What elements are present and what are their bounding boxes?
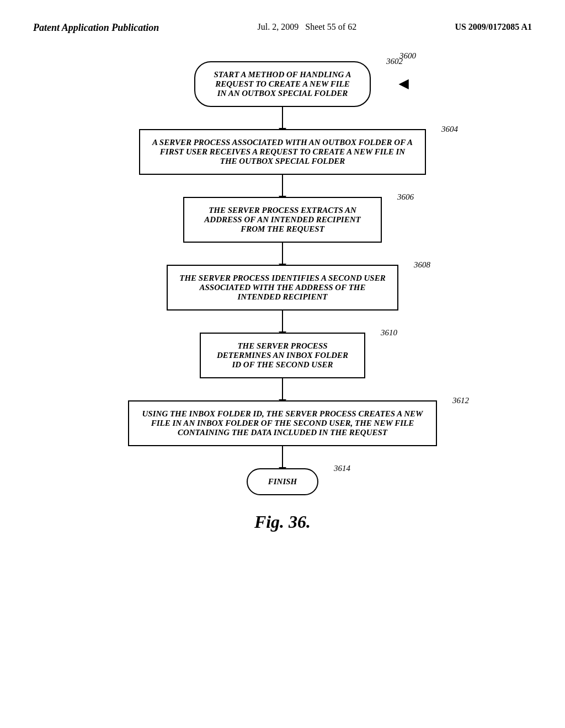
node-container-3602: START A METHOD OF HANDLING A REQUEST TO … bbox=[194, 61, 371, 107]
publication-label: Patent Application Publication bbox=[33, 22, 159, 34]
label-3612: 3612 bbox=[452, 396, 469, 405]
page-header: Patent Application Publication Jul. 2, 2… bbox=[0, 0, 565, 45]
arrow-3600: ◀ bbox=[399, 77, 408, 91]
arrow-1 bbox=[282, 107, 283, 129]
figure-label: Fig. 36. bbox=[254, 512, 311, 532]
label-3600: 3600 bbox=[399, 51, 416, 61]
node-row-3602: START A METHOD OF HANDLING A REQUEST TO … bbox=[33, 61, 532, 107]
node-3606-text: THE SERVER PROCESS EXTRACTS AN ADDRESS O… bbox=[204, 206, 360, 233]
node-container-3614: 3614 FINISH bbox=[247, 468, 318, 495]
node-3602: START A METHOD OF HANDLING A REQUEST TO … bbox=[194, 61, 371, 107]
node-3608: THE SERVER PROCESS IDENTIFIES A SECOND U… bbox=[167, 265, 398, 311]
header-date: Jul. 2, 2009 bbox=[258, 22, 299, 31]
node-3606: THE SERVER PROCESS EXTRACTS AN ADDRESS O… bbox=[183, 197, 382, 243]
label-3610: 3610 bbox=[381, 328, 397, 338]
node-row-3614: 3614 FINISH bbox=[33, 468, 532, 495]
node-3610: THE SERVER PROCESS DETERMINES AN INBOX F… bbox=[200, 333, 365, 378]
label-3604: 3604 bbox=[441, 125, 458, 134]
node-3604-text: A SERVER PROCESS ASSOCIATED WITH AN OUTB… bbox=[152, 138, 413, 165]
header-sheet: Sheet 55 of 62 bbox=[305, 22, 356, 31]
node-row-3606: THE SERVER PROCESS EXTRACTS AN ADDRESS O… bbox=[33, 197, 532, 243]
flowchart: START A METHOD OF HANDLING A REQUEST TO … bbox=[33, 61, 532, 495]
node-3612-text: USING THE INBOX FOLDER ID, THE SERVER PR… bbox=[142, 409, 423, 437]
label-3606: 3606 bbox=[397, 192, 414, 202]
node-container-3608: THE SERVER PROCESS IDENTIFIES A SECOND U… bbox=[167, 265, 398, 311]
node-container-3604: A SERVER PROCESS ASSOCIATED WITH AN OUTB… bbox=[139, 129, 426, 175]
node-row-3604: A SERVER PROCESS ASSOCIATED WITH AN OUTB… bbox=[33, 129, 532, 175]
label-3614: 3614 bbox=[334, 464, 350, 473]
node-3614: FINISH bbox=[247, 468, 318, 495]
node-container-3606: THE SERVER PROCESS EXTRACTS AN ADDRESS O… bbox=[183, 197, 382, 243]
node-row-3608: THE SERVER PROCESS IDENTIFIES A SECOND U… bbox=[33, 265, 532, 311]
header-date-sheet: Jul. 2, 2009 Sheet 55 of 62 bbox=[258, 22, 357, 32]
node-row-3610: THE SERVER PROCESS DETERMINES AN INBOX F… bbox=[33, 333, 532, 378]
arrow-6 bbox=[282, 446, 283, 468]
arrow-3 bbox=[282, 243, 283, 265]
arrow-4 bbox=[282, 311, 283, 333]
node-3608-text: THE SERVER PROCESS IDENTIFIES A SECOND U… bbox=[179, 274, 385, 301]
node-container-3610: THE SERVER PROCESS DETERMINES AN INBOX F… bbox=[200, 333, 365, 378]
node-container-3612: USING THE INBOX FOLDER ID, THE SERVER PR… bbox=[128, 400, 437, 446]
node-row-3612: USING THE INBOX FOLDER ID, THE SERVER PR… bbox=[33, 400, 532, 446]
node-3604: A SERVER PROCESS ASSOCIATED WITH AN OUTB… bbox=[139, 129, 426, 175]
node-3610-text: THE SERVER PROCESS DETERMINES AN INBOX F… bbox=[217, 341, 348, 369]
label-3608: 3608 bbox=[414, 260, 430, 270]
patent-number: US 2009/0172085 A1 bbox=[455, 22, 532, 32]
node-3614-text: FINISH bbox=[268, 477, 297, 486]
node-3602-text: START A METHOD OF HANDLING A REQUEST TO … bbox=[214, 70, 351, 98]
arrow-2 bbox=[282, 175, 283, 197]
diagram-area: START A METHOD OF HANDLING A REQUEST TO … bbox=[0, 45, 565, 532]
arrow-5 bbox=[282, 378, 283, 400]
node-3612: USING THE INBOX FOLDER ID, THE SERVER PR… bbox=[128, 400, 437, 446]
